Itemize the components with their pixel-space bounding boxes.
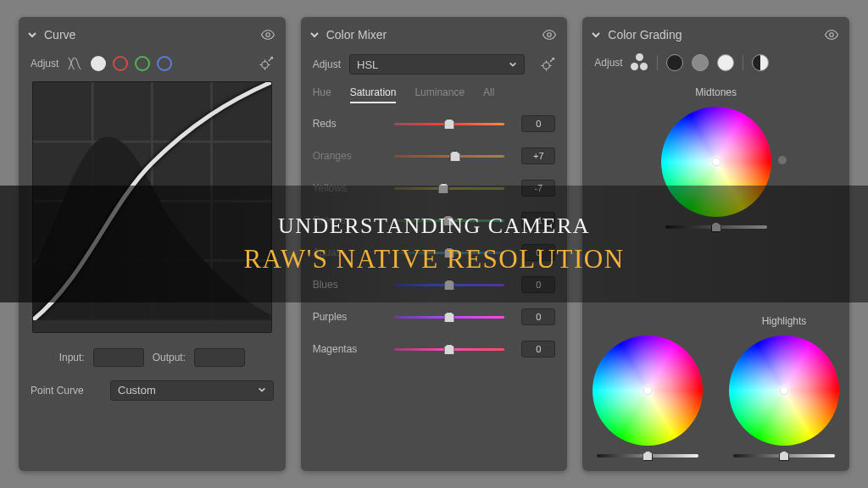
slider-row-purples: Purples0 [301,307,568,327]
shadows-label [593,315,595,327]
parametric-curve-icon[interactable] [65,54,84,73]
visibility-eye-icon[interactable] [542,27,557,42]
slider-label: Yellows [313,182,386,194]
curve-output-field[interactable] [194,348,245,367]
panel-stage: Curve Adjust [0,0,868,488]
separator [657,55,658,70]
point-curve-label: Point Curve [31,385,102,396]
highlights-luminance-slider[interactable] [733,454,835,458]
curve-io-row: Input: Output: [19,345,286,370]
wheel-midtones[interactable] [661,107,771,217]
slider-value[interactable]: -7 [521,180,555,197]
mixer-slider-list: Reds0Oranges+7Yellows-7Greens-1Aquas0Blu… [301,114,568,359]
curve-input-field[interactable] [93,348,144,367]
grading-header[interactable]: Color Grading [582,25,849,51]
wheel-midtones-group: Midtones [661,86,771,229]
grading-body: Midtones Highlights [582,75,849,461]
tab-luminance[interactable]: Luminance [415,81,465,103]
mixer-title: Color Mixer [326,28,536,42]
svg-point-1 [261,62,268,69]
targeted-adjust-icon[interactable] [259,56,274,71]
wheel-handle-icon[interactable] [711,157,721,167]
curve-output-label: Output: [153,352,186,363]
tab-saturation[interactable]: Saturation [350,81,397,103]
saturation-slider-yellows[interactable] [394,182,505,194]
svg-point-24 [830,33,834,37]
grading-mode-midtones[interactable] [692,54,709,71]
wheel-handle-icon[interactable] [643,385,653,396]
visibility-eye-icon[interactable] [260,27,275,42]
mixer-tabs: Hue Saturation Luminance All [301,81,568,103]
targeted-adjust-icon[interactable] [540,57,555,72]
saturation-slider-purples[interactable] [394,311,505,323]
slider-label: Aquas [313,247,386,258]
slider-value[interactable]: 0 [521,276,555,293]
grading-adjust-label: Adjust [594,57,622,69]
slider-value[interactable]: 0 [521,341,555,358]
grading-mode-highlights[interactable] [717,54,734,71]
curve-title: Curve [44,28,253,42]
channel-blue-button[interactable] [157,56,172,71]
slider-label: Purples [313,311,386,323]
saturation-slider-reds[interactable] [394,118,505,130]
slider-row-magentas: Magentas0 [301,339,568,359]
chevron-down-icon [309,30,320,40]
wheel-shadows-group [593,315,703,458]
slider-value[interactable]: 0 [521,115,555,132]
wheel-shadows[interactable] [593,336,703,446]
chevron-down-icon [509,58,517,71]
curve-header[interactable]: Curve [19,25,286,51]
separator [743,55,743,70]
wheel-handle-icon[interactable] [779,385,789,396]
slider-label: Greens [313,214,386,226]
tab-all[interactable]: All [483,81,494,103]
svg-line-21 [550,58,554,63]
saturation-slider-greens[interactable] [394,214,505,226]
midtones-label: Midtones [695,86,737,98]
mixer-header[interactable]: Color Mixer [301,25,568,51]
wheel-highlights[interactable] [729,336,839,446]
curve-input-label: Input: [59,352,85,363]
slider-label: Blues [313,279,386,291]
midtones-luminance-slider[interactable] [665,225,767,229]
saturation-slider-aquas[interactable] [394,247,505,258]
chevron-down-icon [27,30,37,40]
slider-value[interactable]: 0 [521,244,555,261]
slider-row-oranges: Oranges+7 [301,146,568,166]
grading-mode-threeway[interactable] [632,54,648,71]
grading-mode-global[interactable] [752,54,769,71]
chevron-down-icon [591,30,601,40]
mixer-adjust-row: Adjust HSL [301,51,568,78]
svg-point-16 [543,63,550,69]
wheel-sat-handle[interactable] [778,156,787,164]
saturation-slider-blues[interactable] [394,279,505,291]
grading-mode-shadows[interactable] [666,54,683,71]
slider-label: Reds [313,118,386,130]
slider-value[interactable]: -1 [521,212,555,229]
highlights-label: Highlights [762,315,807,327]
slider-row-reds: Reds0 [301,114,568,134]
slider-row-greens: Greens-1 [301,210,568,230]
point-curve-select[interactable]: Custom [110,380,274,401]
curve-adjust-label: Adjust [31,58,58,69]
slider-value[interactable]: 0 [521,308,555,325]
channel-red-button[interactable] [113,56,128,71]
channel-green-button[interactable] [135,56,150,71]
curve-graph[interactable] [32,81,272,333]
panel-color-grading: Color Grading Adjust Midtones [582,17,849,471]
visibility-eye-icon[interactable] [824,27,839,42]
saturation-slider-oranges[interactable] [394,150,505,162]
point-curve-value: Custom [118,384,156,396]
tab-hue[interactable]: Hue [313,81,331,103]
mixer-adjust-select[interactable]: HSL [349,54,525,75]
slider-label: Oranges [313,150,386,162]
shadows-luminance-slider[interactable] [597,454,698,458]
saturation-slider-magentas[interactable] [394,343,505,355]
slider-row-aquas: Aquas0 [301,242,568,263]
curve-adjust-row: Adjust [19,51,286,76]
wheel-highlights-group: Highlights [729,315,839,458]
slider-value[interactable]: +7 [521,147,555,164]
mixer-adjust-value: HSL [357,58,378,71]
channel-white-button[interactable] [91,56,106,71]
svg-point-0 [265,33,270,37]
